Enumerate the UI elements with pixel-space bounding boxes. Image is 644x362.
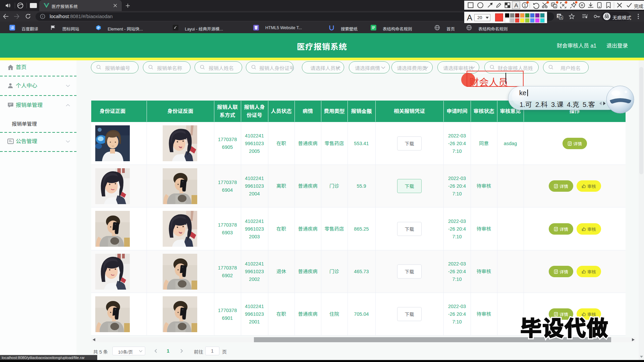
svg-text:A: A (554, 5, 556, 8)
svg-text:1: 1 (524, 3, 526, 8)
svg-text:A: A (560, 16, 562, 19)
svg-text:A: A (514, 2, 518, 9)
svg-text:译: 译 (10, 25, 14, 30)
